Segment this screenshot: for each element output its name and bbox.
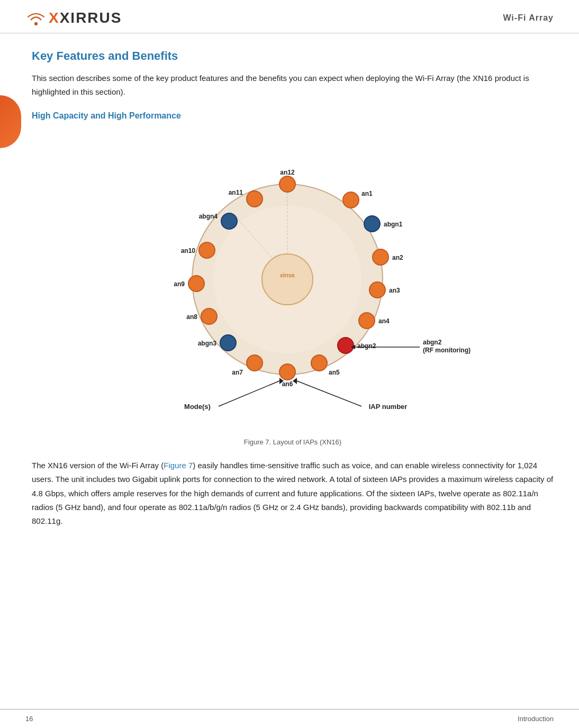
- svg-text:abgn3: abgn3: [198, 340, 217, 347]
- main-content: Key Features and Benefits This section d…: [0, 33, 579, 544]
- section-title: Key Features and Benefits: [32, 49, 554, 63]
- svg-point-2: [213, 205, 361, 353]
- iap-diagram: xirrus an12 an1 abgn1 an2 an3 an4: [107, 136, 478, 433]
- svg-text:(RF monitoring): (RF monitoring): [423, 347, 471, 354]
- footer-section: Introduction: [518, 715, 554, 723]
- page-header: XXIRRUS Wi-Fi Array: [0, 0, 579, 33]
- svg-text:an7: an7: [232, 369, 243, 376]
- svg-marker-44: [279, 378, 284, 384]
- svg-text:abgn2: abgn2: [423, 339, 442, 346]
- header-page-title: Wi-Fi Array: [503, 13, 554, 23]
- svg-text:an9: an9: [174, 280, 185, 288]
- figure-caption: Figure 7. Layout of IAPs (XN16): [32, 438, 554, 446]
- subsection-title: High Capacity and High Performance: [32, 111, 554, 121]
- svg-point-9: [343, 192, 359, 208]
- svg-point-0: [34, 22, 38, 25]
- svg-point-3: [262, 254, 313, 305]
- svg-point-33: [201, 308, 217, 324]
- svg-point-17: [359, 313, 375, 329]
- svg-point-7: [279, 176, 295, 192]
- svg-text:an8: an8: [186, 313, 197, 321]
- svg-text:abgn4: abgn4: [199, 213, 218, 220]
- svg-text:xirrus: xirrus: [280, 272, 295, 278]
- logo-area: XXIRRUS: [25, 10, 122, 26]
- svg-point-27: [279, 364, 295, 380]
- svg-line-46: [297, 381, 361, 406]
- xirrus-logo-icon: [25, 11, 47, 25]
- svg-point-19: [338, 338, 354, 353]
- svg-point-15: [369, 282, 385, 298]
- svg-point-29: [247, 355, 263, 371]
- svg-text:an2: an2: [392, 254, 403, 261]
- svg-point-13: [373, 249, 388, 265]
- svg-line-43: [219, 381, 279, 406]
- svg-point-25: [311, 355, 327, 371]
- svg-text:an6: an6: [282, 380, 293, 388]
- svg-text:Mode(s): Mode(s): [184, 403, 211, 411]
- svg-point-31: [220, 335, 236, 351]
- svg-marker-47: [293, 378, 297, 384]
- footer-page-number: 16: [25, 715, 33, 723]
- svg-point-39: [221, 213, 237, 229]
- body-paragraph-2: The XN16 version of the Wi-Fi Array (Fig…: [32, 459, 554, 528]
- svg-line-6: [229, 210, 272, 257]
- svg-text:an5: an5: [329, 369, 340, 376]
- svg-text:an1: an1: [361, 190, 373, 197]
- svg-text:an11: an11: [229, 189, 243, 196]
- svg-marker-22: [351, 345, 355, 349]
- svg-point-41: [247, 191, 263, 207]
- logo-text: XXIRRUS: [49, 10, 122, 26]
- svg-text:an10: an10: [181, 247, 196, 254]
- intro-paragraph: This section describes some of the key p…: [32, 71, 554, 98]
- or-text: or: [281, 503, 287, 512]
- svg-point-11: [364, 216, 380, 232]
- svg-text:an12: an12: [280, 169, 295, 176]
- svg-text:IAP number: IAP number: [369, 403, 408, 411]
- page-footer: 16 Introduction: [0, 709, 579, 728]
- svg-text:an3: an3: [389, 287, 400, 294]
- diagram-svg: xirrus an12 an1 abgn1 an2 an3 an4: [107, 136, 478, 433]
- svg-point-1: [192, 184, 383, 375]
- svg-text:abgn2: abgn2: [357, 342, 376, 350]
- figure-7-link[interactable]: Figure 7: [164, 461, 193, 470]
- svg-text:abgn1: abgn1: [384, 221, 403, 228]
- svg-point-37: [199, 242, 215, 258]
- svg-point-35: [188, 276, 204, 292]
- svg-text:an4: an4: [378, 317, 390, 325]
